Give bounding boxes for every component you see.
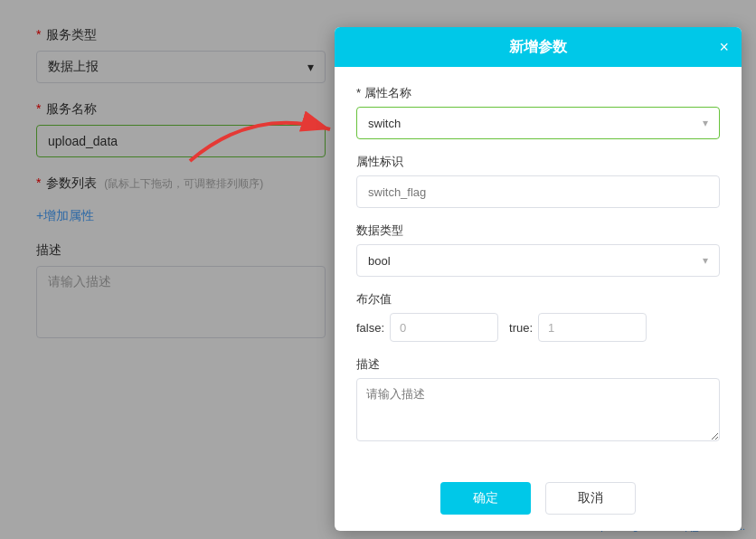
confirm-button[interactable]: 确定 xyxy=(440,482,531,515)
bool-label: 布尔值 xyxy=(356,291,720,307)
add-param-dialog: 新增参数 × * 属性名称 switch ▾ 属性标识 数据类型 bool ▾ xyxy=(335,27,742,531)
cancel-button[interactable]: 取消 xyxy=(545,482,636,515)
desc-label: 描述 xyxy=(356,356,720,373)
attr-name-label: * 属性名称 xyxy=(356,85,720,101)
attr-name-chevron: ▾ xyxy=(703,117,708,129)
dialog-footer: 确定 取消 xyxy=(335,473,742,531)
attr-id-input[interactable] xyxy=(356,175,720,208)
dialog-close-button[interactable]: × xyxy=(719,39,729,55)
data-type-label: 数据类型 xyxy=(356,222,720,239)
true-label: true: xyxy=(509,321,533,335)
data-type-row: 数据类型 bool ▾ xyxy=(356,222,720,277)
attr-name-row: * 属性名称 switch ▾ xyxy=(356,85,720,139)
true-input[interactable] xyxy=(538,313,647,342)
true-item: true: xyxy=(509,313,647,342)
attr-id-row: 属性标识 xyxy=(356,154,720,208)
false-label: false: xyxy=(356,321,384,335)
data-type-select[interactable]: bool ▾ xyxy=(356,244,720,277)
false-input[interactable] xyxy=(390,313,498,342)
bool-inputs: false: true: xyxy=(356,313,720,342)
attr-name-select[interactable]: switch ▾ xyxy=(356,107,720,139)
desc-row: 描述 xyxy=(356,356,720,444)
dialog-header: 新增参数 × xyxy=(335,27,742,67)
false-item: false: xyxy=(356,313,498,342)
data-type-chevron: ▾ xyxy=(703,254,708,267)
desc-textarea[interactable] xyxy=(356,378,720,441)
attr-id-label: 属性标识 xyxy=(356,154,720,170)
dialog-title: 新增参数 xyxy=(509,38,567,57)
bool-row: 布尔值 false: true: xyxy=(356,291,720,342)
dialog-body: * 属性名称 switch ▾ 属性标识 数据类型 bool ▾ 布尔值 fal… xyxy=(335,67,742,473)
